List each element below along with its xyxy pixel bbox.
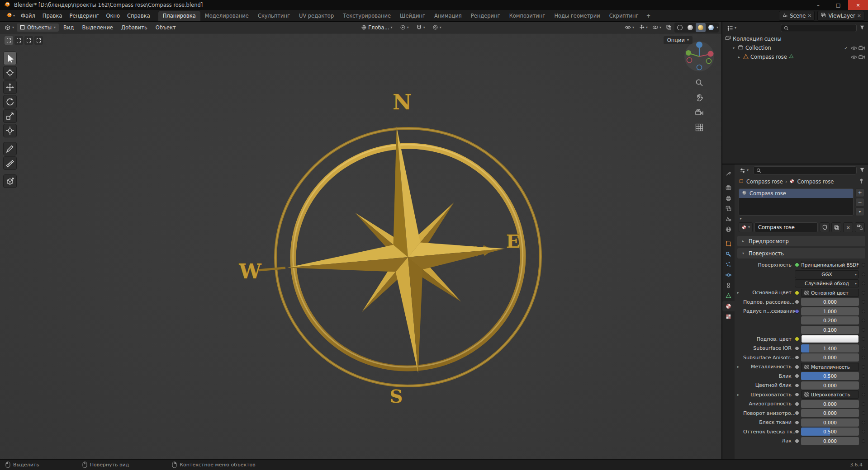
tab-sculpting[interactable]: Скульптинг	[253, 11, 294, 21]
camera-view-icon[interactable]	[693, 107, 705, 118]
outliner-row-collection[interactable]: ▾ Collection ✓	[722, 43, 868, 52]
decorator-icon[interactable]	[862, 411, 865, 415]
menu-file[interactable]: Файл	[17, 11, 39, 20]
xray-toggle[interactable]	[664, 24, 674, 31]
props-tab-scene[interactable]	[722, 214, 735, 224]
toggle-ortho-grid-icon[interactable]	[693, 122, 705, 133]
exclude-checkbox[interactable]: ✓	[842, 46, 850, 51]
add-workspace-button[interactable]: +	[643, 11, 654, 21]
value-socket-icon[interactable]	[795, 439, 799, 443]
radius-z-field[interactable]: 0.100	[801, 326, 859, 334]
tab-layout[interactable]: Планировка	[158, 11, 200, 21]
breadcrumb-object[interactable]: Compass rose	[746, 179, 783, 185]
decorator-icon[interactable]	[862, 347, 865, 350]
anisotropic-rotation-slider[interactable]: 0.000	[801, 409, 859, 417]
outliner-row-compass-rose[interactable]: ▸ Compass rose	[722, 52, 868, 61]
expand-caret-icon[interactable]: ▸	[737, 291, 743, 295]
browse-material-dropdown[interactable]: ▾	[739, 222, 753, 232]
material-slot-row[interactable]: Compass rose	[739, 189, 853, 198]
expand-caret-icon[interactable]: ▸	[737, 365, 743, 369]
tab-uv-editing[interactable]: UV-редактор	[294, 11, 338, 21]
viewport-canvas[interactable]: N E W S Опции ▾	[0, 33, 721, 459]
value-socket-icon[interactable]	[795, 429, 799, 434]
slot-specials-button[interactable]: ▾	[855, 207, 864, 216]
scene-selector[interactable]: Scene ×	[779, 11, 815, 21]
disable-render-camera-icon[interactable]	[858, 55, 865, 59]
decorator-icon[interactable]	[862, 430, 865, 433]
remove-slot-button[interactable]: −	[855, 198, 864, 207]
sheen-tint-slider[interactable]: 0.500	[801, 428, 859, 436]
outliner-search-input[interactable]	[781, 24, 857, 32]
metallic-texture-field[interactable]: Металличность	[801, 363, 859, 371]
material-name-field[interactable]: Compass rose	[754, 222, 818, 232]
props-tab-physics[interactable]	[722, 270, 735, 280]
material-slot-list[interactable]: Compass rose	[739, 188, 854, 216]
expand-caret-icon[interactable]: ▸	[737, 55, 741, 59]
snapping-toggle[interactable]: ▾	[414, 24, 427, 31]
unlink-material-button[interactable]: ×	[843, 222, 853, 232]
hide-eye-icon[interactable]	[850, 55, 858, 59]
zoom-icon[interactable]	[693, 77, 705, 89]
hide-eye-icon[interactable]	[850, 46, 858, 50]
decorator-icon[interactable]	[862, 310, 865, 313]
menu-edit[interactable]: Правка	[39, 11, 66, 20]
caret-right-icon[interactable]: ▸	[739, 216, 743, 221]
props-tab-render[interactable]	[722, 183, 735, 193]
close-button[interactable]: ×	[848, 0, 868, 10]
breadcrumb-material[interactable]: Compass rose	[797, 179, 834, 185]
minimize-button[interactable]: –	[808, 0, 828, 10]
select-mode-invert-button[interactable]	[34, 36, 43, 45]
select-mode-set-button[interactable]	[5, 36, 13, 45]
tab-rendering[interactable]: Рендеринг	[466, 11, 505, 21]
decorator-icon[interactable]	[862, 393, 865, 396]
add-slot-button[interactable]: +	[855, 188, 864, 197]
menu-object[interactable]: Объект	[152, 23, 180, 32]
menu-add[interactable]: Добавить	[118, 23, 151, 32]
select-mode-subtract-button[interactable]	[24, 36, 33, 45]
pivot-point-dropdown[interactable]: ▾	[398, 24, 411, 31]
props-tab-particles[interactable]	[722, 259, 735, 270]
shading-wireframe-button[interactable]	[675, 23, 685, 32]
props-tab-modifiers[interactable]	[722, 249, 735, 259]
decorator-icon[interactable]	[862, 374, 865, 378]
tool-cursor[interactable]	[3, 66, 17, 80]
value-socket-icon[interactable]	[795, 355, 799, 360]
slot-list-grip[interactable]: ▸ ┄┄┄	[735, 216, 868, 221]
node-tree-button[interactable]	[855, 222, 865, 232]
surface-panel-header[interactable]: ▾ Поверхность	[737, 248, 865, 258]
show-gizmo-toggle[interactable]: ▾	[637, 24, 650, 31]
props-tab-texture[interactable]	[722, 311, 735, 322]
decorator-icon[interactable]	[862, 282, 865, 285]
subsurface-ior-slider[interactable]: 1.400	[801, 344, 859, 352]
anisotropic-slider[interactable]: 0.000	[801, 400, 859, 408]
fake-user-shield-button[interactable]	[820, 222, 830, 232]
subsurface-color-swatch[interactable]	[801, 335, 859, 343]
duplicate-material-button[interactable]	[831, 222, 841, 232]
props-tab-object-data[interactable]	[722, 291, 735, 301]
tool-select-box[interactable]	[3, 52, 17, 65]
value-socket-icon[interactable]	[795, 383, 799, 388]
select-mode-extend-button[interactable]	[14, 36, 23, 45]
specular-slider[interactable]: 0.500	[801, 372, 859, 380]
shader-socket-icon[interactable]	[795, 263, 799, 267]
decorator-icon[interactable]	[862, 356, 865, 359]
tab-compositing[interactable]: Композитинг	[505, 11, 550, 21]
props-tab-tool[interactable]	[722, 168, 735, 179]
base-color-texture-field[interactable]: Основной цвет	[801, 289, 859, 297]
decorator-icon[interactable]	[862, 263, 865, 267]
tool-annotate[interactable]	[3, 142, 17, 155]
props-tab-material[interactable]	[722, 301, 735, 311]
object-visibility-dropdown[interactable]: ▾	[623, 24, 636, 30]
expand-caret-icon[interactable]: ▾	[731, 46, 736, 50]
menu-help[interactable]: Справка	[123, 11, 154, 20]
value-socket-icon[interactable]	[795, 365, 799, 369]
menu-select[interactable]: Выделение	[78, 23, 117, 32]
menu-view[interactable]: Вид	[60, 23, 77, 32]
value-socket-icon[interactable]	[795, 346, 799, 351]
tab-animation[interactable]: Анимация	[430, 11, 466, 21]
tab-geometry-nodes[interactable]: Ноды геометрии	[550, 11, 604, 21]
value-socket-icon[interactable]	[795, 374, 799, 378]
menu-render[interactable]: Рендеринг	[66, 11, 103, 20]
pin-icon[interactable]	[859, 178, 864, 185]
radius-y-field[interactable]: 0.200	[801, 316, 859, 324]
